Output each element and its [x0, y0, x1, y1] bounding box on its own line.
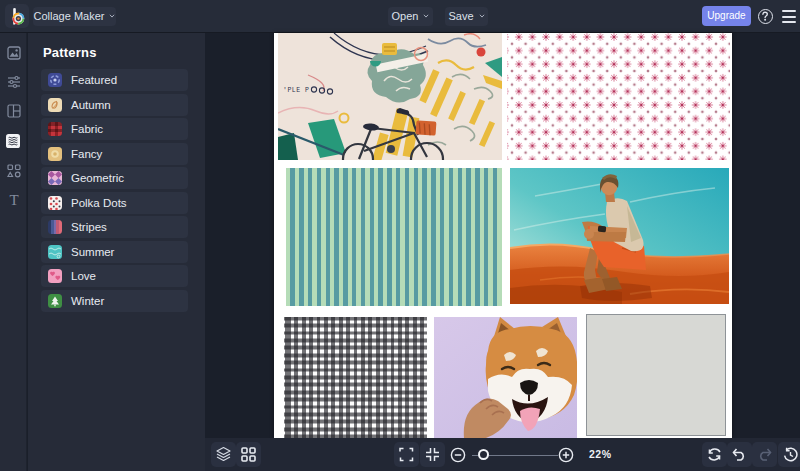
svg-text:'PLE P: 'PLE P	[283, 87, 309, 94]
